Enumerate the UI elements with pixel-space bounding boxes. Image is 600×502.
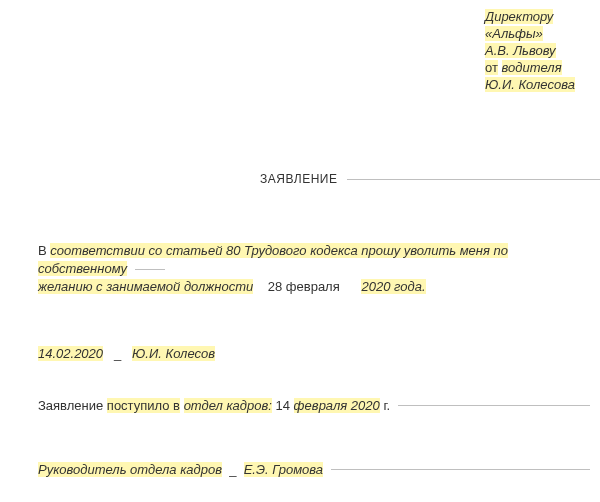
signature-line: 14.02.2020 _ Ю.И. Колесов <box>38 346 215 361</box>
body-day: 28 февраля <box>268 279 340 294</box>
sign-sep: _ <box>114 346 121 361</box>
recv-prefix: Заявление <box>38 398 103 413</box>
body-line1: соответствии со статьей 80 Трудового код… <box>38 243 508 276</box>
hr-head-rule <box>331 469 590 470</box>
to-title: Директору <box>485 9 553 24</box>
body-prefix: В <box>38 243 47 258</box>
hr-head-sep: _ <box>229 462 236 477</box>
recv-mid: поступило в <box>107 398 180 413</box>
recv-dept: отдел кадров: <box>184 398 272 413</box>
body-line2: желанию с занимаемой должности <box>38 279 253 294</box>
document-page: Директору «Альфы» А.В. Львову от водител… <box>0 0 600 502</box>
recv-day: 14 <box>276 398 290 413</box>
from-label: от <box>485 60 498 75</box>
to-company: «Альфы» <box>485 26 543 41</box>
hr-head-name: Е.Э. Громова <box>244 462 323 477</box>
from-name: Ю.И. Колесова <box>485 77 575 92</box>
title-row: ЗАЯВЛЕНИЕ <box>0 172 600 186</box>
recv-rule <box>398 405 590 406</box>
to-name: А.В. Львову <box>485 43 556 58</box>
sign-name: Ю.И. Колесов <box>132 346 215 361</box>
statement-body: В соответствии со статьей 80 Трудового к… <box>38 242 590 296</box>
document-title: ЗАЯВЛЕНИЕ <box>260 172 347 186</box>
sign-date: 14.02.2020 <box>38 346 103 361</box>
title-rule <box>347 179 600 180</box>
body-year: 2020 года. <box>361 279 425 294</box>
recv-suffix: г. <box>383 398 390 413</box>
hr-head-label: Руководитель отдела кадров <box>38 462 222 477</box>
hr-head-line: Руководитель отдела кадров _ Е.Э. Громов… <box>38 462 590 477</box>
received-line: Заявление поступило в отдел кадров: 14 ф… <box>38 398 590 413</box>
recv-month-year: февраля 2020 <box>294 398 380 413</box>
addressee-block: Директору «Альфы» А.В. Львову от водител… <box>485 8 575 93</box>
from-position: водителя <box>502 60 562 75</box>
